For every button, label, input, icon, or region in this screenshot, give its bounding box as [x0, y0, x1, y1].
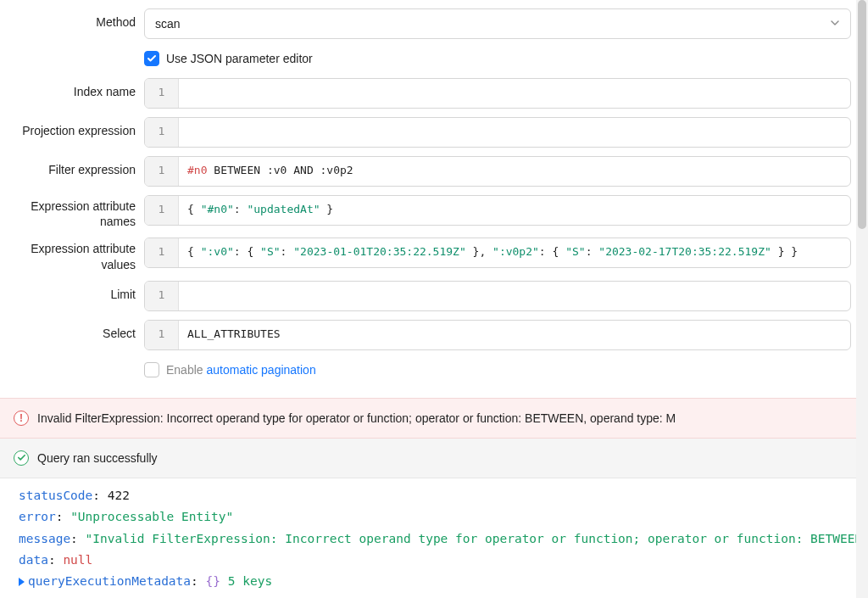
index-name-input[interactable]: 1: [144, 78, 851, 109]
pagination-checkbox[interactable]: [144, 362, 159, 377]
method-select-value: scan: [155, 17, 181, 31]
row-pagination: Enable automatic pagination: [8, 359, 851, 381]
limit-input[interactable]: 1: [144, 281, 851, 311]
label-projection: Projection expression: [8, 117, 144, 137]
json-editor-label: Use JSON parameter editor: [166, 52, 313, 65]
scrollbar-thumb[interactable]: [858, 0, 866, 229]
line-number: 1: [145, 118, 179, 147]
result-line: message: "Invalid FilterExpression: Inco…: [19, 528, 851, 550]
label-select: Select: [8, 320, 144, 340]
filter-token-var: #n0: [187, 164, 207, 176]
line-number: 1: [145, 196, 179, 225]
line-number: 1: [145, 157, 179, 186]
line-number: 1: [145, 282, 179, 310]
vertical-scrollbar[interactable]: [856, 0, 868, 598]
pagination-link[interactable]: automatic pagination: [206, 363, 315, 377]
pagination-prefix: Enable: [166, 363, 206, 377]
json-editor-checkbox[interactable]: [144, 51, 159, 66]
projection-input[interactable]: 1: [144, 117, 851, 148]
expand-triangle-icon[interactable]: [19, 578, 25, 586]
result-line: statusCode: 422: [19, 485, 851, 506]
row-select: Select 1 ALL_ATTRIBUTES: [8, 320, 851, 350]
row-expr-values: Expression attribute values 1 { ":v0": {…: [8, 238, 851, 271]
expr-names-input[interactable]: 1 { "#n0": "updatedAt" }: [144, 195, 851, 226]
success-banner-text: Query ran successfully: [37, 451, 158, 465]
label-expr-names: Expression attribute names: [8, 195, 144, 229]
line-number: 1: [145, 238, 179, 267]
method-select[interactable]: scan: [144, 8, 851, 39]
result-line: error: "Unprocessable Entity": [19, 506, 851, 528]
select-value: ALL_ATTRIBUTES: [187, 327, 281, 340]
error-banner: ! Invalid FilterExpression: Incorrect op…: [0, 398, 868, 439]
label-method: Method: [8, 8, 144, 29]
error-banner-text: Invalid FilterExpression: Incorrect oper…: [37, 411, 676, 425]
line-number: 1: [145, 321, 179, 349]
expr-values-input[interactable]: 1 { ":v0": { "S": "2023-01-01T20:35:22.5…: [144, 238, 851, 268]
filter-input[interactable]: 1 #n0 BETWEEN :v0 AND :v0p2: [144, 156, 851, 187]
row-expr-names: Expression attribute names 1 { "#n0": "u…: [8, 195, 851, 229]
label-index-name: Index name: [8, 78, 144, 98]
filter-token-rest: BETWEEN :v0 AND :v0p2: [207, 164, 353, 176]
chevron-down-icon: [830, 17, 840, 31]
success-banner: Query ran successfully: [0, 439, 868, 478]
row-projection: Projection expression 1: [8, 117, 851, 148]
label-filter: Filter expression: [8, 156, 144, 176]
row-filter: Filter expression 1 #n0 BETWEEN :v0 AND …: [8, 156, 851, 187]
row-limit: Limit 1: [8, 281, 851, 311]
select-input[interactable]: 1 ALL_ATTRIBUTES: [144, 320, 851, 350]
error-icon: !: [14, 411, 29, 426]
result-area: statusCode: 422 error: "Unprocessable En…: [0, 478, 868, 598]
label-limit: Limit: [8, 281, 144, 301]
result-line-expandable[interactable]: queryExecutionMetadata: {} 5 keys: [19, 571, 851, 592]
row-json-editor-toggle: Use JSON parameter editor: [8, 48, 851, 70]
form-area: Method scan Use JSON parameter editor In…: [0, 0, 868, 398]
result-line: data: null: [19, 550, 851, 571]
row-method: Method scan: [8, 8, 851, 39]
success-icon: [14, 450, 29, 466]
line-number: 1: [145, 79, 179, 108]
row-index-name: Index name 1: [8, 78, 851, 109]
label-expr-values: Expression attribute values: [8, 238, 144, 271]
